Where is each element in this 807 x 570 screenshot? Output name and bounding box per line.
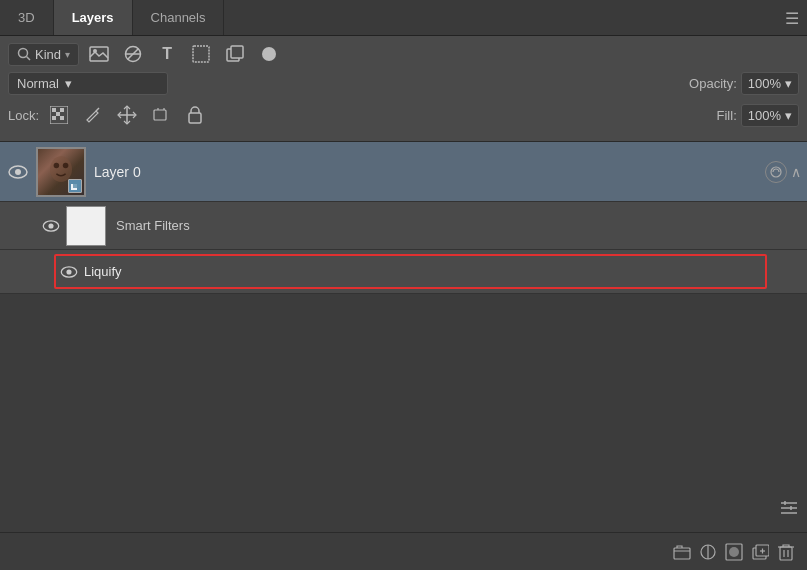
new-layer-btn[interactable] [747,539,773,565]
layers-list: Layer 0 ∧ Smart Filters Liquify [0,141,807,294]
layer-mask-icon [725,543,743,561]
adjustment-filter-btn[interactable] [119,42,147,66]
lock-artboard-btn[interactable] [147,103,175,127]
tab-channels[interactable]: Channels [133,0,225,35]
image-icon [89,46,109,62]
svg-rect-30 [73,182,79,188]
fill-select[interactable]: 100% ▾ [741,104,799,127]
move-icon [117,105,137,125]
lock-pixels-btn[interactable] [45,103,73,127]
panel-menu-button[interactable]: ☰ [785,8,799,27]
layer-name-0: Layer 0 [94,164,765,180]
tab-channels-label: Channels [151,10,206,25]
filter-row: Kind ▾ T [8,42,799,66]
kind-label: Kind [35,47,61,62]
svg-rect-45 [780,547,792,560]
layer-smart-filter-icon[interactable] [765,161,787,183]
layers-panel: Kind ▾ T Normal ▾ Opacity: 10 [0,36,807,141]
liquify-row[interactable]: Liquify [0,250,807,294]
smart-filters-visibility-toggle[interactable] [36,220,66,232]
image-filter-btn[interactable] [85,42,113,66]
svg-point-35 [66,269,71,274]
shape-filter-btn[interactable] [187,42,215,66]
pixel-icon [260,45,278,63]
svg-rect-7 [193,46,209,62]
search-icon [17,47,31,61]
eye-icon-liquify [60,266,78,278]
svg-rect-14 [56,112,60,116]
adjustment-layer-btn[interactable] [695,539,721,565]
opacity-label: Opacity: [689,76,737,91]
opacity-chevron: ▾ [785,76,792,91]
delete-layer-btn[interactable] [773,539,799,565]
lock-position-btn[interactable] [113,103,141,127]
smart-badge-icon [70,181,80,191]
liquify-highlight-border [54,254,767,289]
text-filter-btn[interactable]: T [153,42,181,66]
layer-visibility-toggle-0[interactable] [0,165,36,179]
fill-group: Fill: 100% ▾ [717,104,799,127]
smart-filters-name: Smart Filters [116,218,190,233]
lock-paint-btn[interactable] [79,103,107,127]
svg-rect-12 [52,108,56,112]
blend-chevron: ▾ [65,76,72,91]
new-layer-icon [751,543,769,561]
svg-rect-9 [231,46,243,58]
svg-point-0 [19,49,28,58]
kind-chevron: ▾ [65,49,70,60]
circle-icon [770,166,782,178]
smart-object-filter-btn[interactable] [221,42,249,66]
adjustment-layer-icon [699,543,717,561]
svg-rect-20 [154,110,166,120]
kind-select[interactable]: Kind ▾ [8,43,79,66]
layer-mask-btn[interactable] [721,539,747,565]
svg-rect-15 [52,116,56,120]
opacity-group: Opacity: 100% ▾ [689,72,799,95]
smart-filters-thumb [66,206,106,246]
filter-options-btn[interactable] [779,499,799,520]
blend-mode-label: Normal [17,76,59,91]
layer-thumb-0 [36,147,86,197]
svg-line-17 [96,108,99,111]
opacity-value-text: 100% [748,76,781,91]
layer-right-icons: ∧ [765,161,801,183]
svg-rect-13 [60,108,64,112]
lock-row: Lock: Fill: 100% ▾ [8,101,799,129]
lock-label: Lock: [8,108,39,123]
smart-filters-row[interactable]: Smart Filters [0,202,807,250]
shape-icon [192,45,210,63]
create-group-icon [673,543,691,561]
blend-mode-row: Normal ▾ Opacity: 100% ▾ [8,72,799,95]
svg-rect-23 [189,113,201,123]
svg-point-27 [54,162,60,168]
blend-mode-select[interactable]: Normal ▾ [8,72,168,95]
svg-point-40 [729,547,739,557]
tab-layers-label: Layers [72,10,114,25]
bottom-toolbar [0,532,807,570]
svg-point-10 [262,47,276,61]
svg-line-1 [27,57,31,61]
eye-icon-sf [42,220,60,232]
brush-icon [84,106,102,124]
pixel-filter-btn[interactable] [255,42,283,66]
tab-3d[interactable]: 3D [0,0,54,35]
svg-point-25 [15,169,21,175]
lock-all-btn[interactable] [181,103,209,127]
fill-label: Fill: [717,108,737,123]
svg-point-26 [50,156,72,182]
filter-options-icon [779,499,799,517]
svg-point-28 [63,162,69,168]
liquify-visibility-toggle[interactable] [54,266,84,278]
svg-rect-36 [674,548,690,559]
fill-value-text: 100% [748,108,781,123]
create-group-btn[interactable] [669,539,695,565]
svg-point-3 [93,49,97,53]
svg-point-33 [48,223,53,228]
tab-3d-label: 3D [18,10,35,25]
layer-expand-arrow[interactable]: ∧ [791,164,801,180]
tab-layers[interactable]: Layers [54,0,133,35]
checkerboard-icon [50,106,68,124]
smart-object-badge [68,179,82,193]
layer-row-0[interactable]: Layer 0 ∧ [0,142,807,202]
opacity-select[interactable]: 100% ▾ [741,72,799,95]
